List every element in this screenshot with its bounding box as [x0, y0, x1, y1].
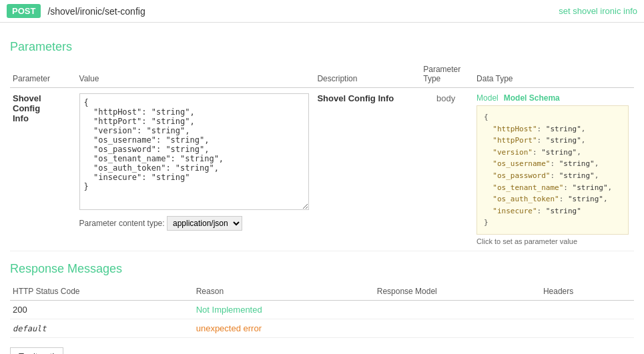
response-model-default	[374, 319, 541, 337]
col-header-param-type: ParameterType	[420, 62, 474, 88]
endpoint-path: /shovel/ironic/set-config	[47, 6, 145, 17]
api-header: POST /shovel/ironic/set-config set shove…	[0, 0, 644, 23]
parameters-table: Parameter Value Description ParameterTyp…	[10, 62, 634, 251]
header-left: POST /shovel/ironic/set-config	[7, 4, 145, 18]
params-header-row: Parameter Value Description ParameterTyp…	[10, 62, 634, 88]
schema-field-6: "os_tenant_name": "string",	[484, 183, 612, 192]
col-headers: Headers	[541, 284, 634, 301]
col-model: Response Model	[374, 284, 541, 301]
schema-field-3: "version": "string",	[484, 148, 581, 157]
schema-field-5: "os_password": "string",	[484, 171, 599, 180]
col-status-code: HTTP Status Code	[10, 284, 194, 301]
click-hint: Click to set as parameter value	[476, 237, 629, 245]
response-status-200: 200	[10, 300, 194, 319]
response-status-default: default	[10, 319, 194, 337]
param-type-cell: body	[420, 88, 474, 251]
col-reason: Reason	[194, 284, 374, 301]
status-code-default: default	[13, 324, 47, 333]
col-header-value: Value	[77, 62, 315, 88]
param-type: body	[436, 93, 455, 103]
content-type-row: Parameter content type: application/json	[79, 216, 310, 231]
model-tab[interactable]: Model	[476, 93, 499, 103]
schema-field-7: "os_auth_token": "string",	[484, 195, 607, 203]
response-model-200	[374, 300, 541, 319]
col-header-data-type: Data Type	[474, 62, 634, 88]
col-header-parameter: Parameter	[10, 62, 77, 88]
try-it-out-button[interactable]: Try it out!	[10, 347, 63, 354]
parameters-title: Parameters	[10, 40, 634, 57]
model-schema-box[interactable]: { "httpHost": "string", "httpPort": "str…	[476, 105, 629, 235]
schema-field-4: "os_username": "string",	[484, 159, 599, 168]
status-code-200: 200	[13, 305, 27, 315]
response-headers-default	[541, 319, 634, 337]
schema-close-brace: }	[484, 218, 489, 227]
param-desc-cell: Shovel Config Info	[314, 88, 420, 251]
param-datatype-cell: Model Model Schema { "httpHost": "string…	[474, 88, 634, 251]
param-name-cell: ShovelConfigInfo	[10, 88, 77, 251]
param-description: Shovel Config Info	[317, 93, 394, 103]
schema-field-8: "insecure": "string"	[484, 207, 581, 215]
param-value-cell: { "httpHost": "string", "httpPort": "str…	[77, 88, 315, 251]
response-messages-title: Response Messages	[10, 262, 634, 279]
schema-field-1: "httpHost": "string",	[484, 125, 585, 133]
http-method-badge: POST	[7, 4, 41, 18]
table-row: ShovelConfigInfo { "httpHost": "string",…	[10, 88, 634, 251]
api-title: set shovel ironic info	[559, 6, 637, 16]
main-content: Parameters Parameter Value Description P…	[0, 23, 644, 354]
reason-not-implemented: Not Implemented	[196, 305, 262, 315]
parameters-section: Parameters Parameter Value Description P…	[10, 40, 634, 251]
schema-field-2: "httpPort": "string",	[484, 136, 585, 145]
model-schema-tab[interactable]: Model Schema	[504, 93, 560, 103]
response-headers-200	[541, 300, 634, 319]
response-header-row: HTTP Status Code Reason Response Model H…	[10, 284, 634, 301]
schema-open-brace: {	[484, 113, 489, 121]
param-value-textarea[interactable]: { "httpHost": "string", "httpPort": "str…	[79, 93, 310, 210]
response-reason-200: Not Implemented	[194, 300, 374, 319]
response-messages-section: Response Messages HTTP Status Code Reaso…	[10, 262, 634, 338]
table-row: default unexpected error	[10, 319, 634, 337]
response-reason-default: unexpected error	[194, 319, 374, 337]
response-table: HTTP Status Code Reason Response Model H…	[10, 284, 634, 338]
table-row: 200 Not Implemented	[10, 300, 634, 319]
reason-unexpected-error: unexpected error	[196, 323, 262, 333]
content-type-label: Parameter content type:	[79, 219, 165, 228]
col-header-description: Description	[314, 62, 420, 88]
model-tabs: Model Model Schema	[476, 93, 629, 103]
content-type-select[interactable]: application/json	[167, 216, 242, 231]
param-name: ShovelConfigInfo	[13, 93, 41, 123]
